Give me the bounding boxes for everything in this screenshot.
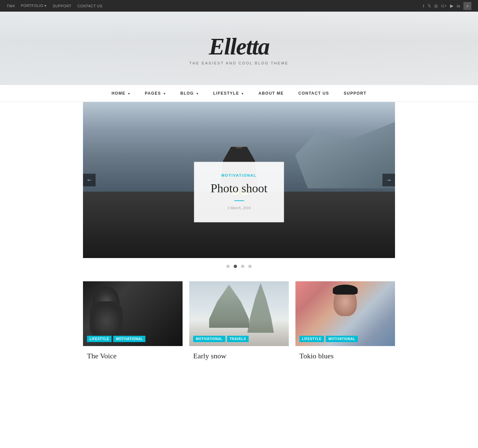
- nav-item-pages: PAGES ▾: [137, 85, 173, 102]
- search-icon: ⌕: [466, 3, 469, 8]
- linkedin-icon[interactable]: in: [457, 3, 460, 9]
- nav-link-blog[interactable]: BLOG ▾: [173, 85, 206, 102]
- card-title-2[interactable]: Early snow: [193, 351, 285, 361]
- twitter-icon[interactable]: 𝕏: [428, 3, 431, 9]
- nav-item-support: SUPPORT: [337, 85, 374, 102]
- card-3: LIFESTYLE MOTIVATIONAL Tokio blues: [295, 281, 395, 364]
- hero-wrapper: MOTIVATIONAL Photo shoot 3 March, 2016 ←…: [0, 102, 478, 275]
- top-bar: TW4 PORTFOLIO ▾ SUPPORT CONTACT US f 𝕏 ◎…: [0, 0, 478, 12]
- social-icons-bar: f 𝕏 ◎ G+ ▶ in ⌕: [423, 2, 471, 10]
- card-image-2: MOTIVATIONAL TRAVELS: [189, 281, 289, 346]
- tag-lifestyle-3[interactable]: LIFESTYLE: [299, 336, 324, 342]
- hero-overlay: MOTIVATIONAL Photo shoot 3 March, 2016: [194, 162, 284, 222]
- nav-item-home: HOME ▾: [104, 85, 137, 102]
- top-bar-links: TW4 PORTFOLIO ▾ SUPPORT CONTACT US: [7, 4, 103, 8]
- portfolio-arrow: ▾: [44, 4, 47, 8]
- nav-link-lifestyle[interactable]: LIFESTYLE ▾: [206, 85, 251, 102]
- facebook-icon[interactable]: f: [423, 3, 424, 9]
- card-body-2: Early snow: [189, 346, 289, 364]
- card-image-3: LIFESTYLE MOTIVATIONAL: [295, 281, 395, 346]
- main-navigation: HOME ▾ PAGES ▾ BLOG ▾ LIFESTYLE ▾ ABOUT …: [0, 85, 478, 102]
- hero-image: MOTIVATIONAL Photo shoot 3 March, 2016: [83, 102, 395, 258]
- slider-dot-2[interactable]: [234, 265, 237, 268]
- nav-link-contact[interactable]: CONTACT US: [291, 85, 337, 102]
- card-tags-2: MOTIVATIONAL TRAVELS: [193, 336, 249, 342]
- slider-dot-4[interactable]: [248, 265, 252, 268]
- card-body-3: Tokio blues: [295, 346, 395, 364]
- topbar-link-contact[interactable]: CONTACT US: [77, 4, 103, 8]
- site-tagline: THE EASIEST AND COOL BLOG THEME: [190, 61, 289, 65]
- nav-list: HOME ▾ PAGES ▾ BLOG ▾ LIFESTYLE ▾ ABOUT …: [104, 85, 374, 102]
- lifestyle-arrow: ▾: [242, 92, 244, 95]
- nav-item-lifestyle: LIFESTYLE ▾: [206, 85, 251, 102]
- nav-link-home[interactable]: HOME ▾: [104, 85, 137, 102]
- pages-arrow: ▾: [164, 92, 166, 95]
- hero-date: 3 March, 2016: [210, 206, 267, 211]
- home-arrow: ▾: [128, 92, 130, 95]
- youtube-icon[interactable]: ▶: [450, 3, 453, 9]
- header-content: Elletta THE EASIEST AND COOL BLOG THEME: [190, 35, 289, 65]
- instagram-icon[interactable]: ◎: [434, 3, 438, 9]
- site-title: Elletta: [190, 35, 289, 58]
- card-body-1: The Voice: [83, 346, 183, 364]
- nav-link-pages[interactable]: PAGES ▾: [137, 85, 173, 102]
- card-2: MOTIVATIONAL TRAVELS Early snow: [189, 281, 289, 364]
- hero-slider: MOTIVATIONAL Photo shoot 3 March, 2016 ←…: [83, 102, 395, 258]
- card-title-3[interactable]: Tokio blues: [299, 351, 391, 361]
- search-icon-box[interactable]: ⌕: [463, 2, 471, 10]
- hero-outer: MOTIVATIONAL Photo shoot 3 March, 2016 ←…: [83, 102, 395, 275]
- nav-item-contact: CONTACT US: [291, 85, 337, 102]
- tag-travels-2[interactable]: TRAVELS: [227, 336, 249, 342]
- slider-prev-button[interactable]: ←: [83, 174, 96, 186]
- card-title-1[interactable]: The Voice: [87, 351, 179, 361]
- card-tags-1: LIFESTYLE MOTIVATIONAL: [87, 336, 145, 342]
- blog-arrow: ▾: [197, 92, 199, 95]
- slider-dots: [83, 258, 395, 275]
- card-1: LIFESTYLE MOTIVATIONAL The Voice: [83, 281, 183, 364]
- hero-title: Photo shoot: [210, 181, 267, 196]
- tag-lifestyle-1[interactable]: LIFESTYLE: [87, 336, 112, 342]
- cards-section: LIFESTYLE MOTIVATIONAL The Voice MOTIVAT…: [83, 281, 395, 370]
- slider-dot-3[interactable]: [241, 265, 244, 268]
- tag-motivational-1[interactable]: MOTIVATIONAL: [113, 336, 145, 342]
- hero-category: MOTIVATIONAL: [210, 173, 267, 177]
- nav-item-about: ABOUT ME: [251, 85, 291, 102]
- card-image-1: LIFESTYLE MOTIVATIONAL: [83, 281, 183, 346]
- topbar-link-tw4[interactable]: TW4: [7, 4, 15, 8]
- hero-divider: [234, 201, 244, 201]
- slider-next-button[interactable]: →: [382, 174, 395, 186]
- tag-motivational-2[interactable]: MOTIVATIONAL: [193, 336, 225, 342]
- tag-motivational-3[interactable]: MOTIVATIONAL: [326, 336, 358, 342]
- slider-dot-1[interactable]: [226, 265, 230, 268]
- nav-link-about[interactable]: ABOUT ME: [251, 85, 291, 102]
- nav-link-support[interactable]: SUPPORT: [337, 85, 374, 102]
- card-tags-3: LIFESTYLE MOTIVATIONAL: [299, 336, 358, 342]
- site-header: Elletta THE EASIEST AND COOL BLOG THEME: [0, 12, 478, 85]
- topbar-link-support[interactable]: SUPPORT: [53, 4, 71, 8]
- nav-item-blog: BLOG ▾: [173, 85, 206, 102]
- google-plus-icon[interactable]: G+: [441, 3, 447, 9]
- topbar-link-portfolio[interactable]: PORTFOLIO ▾: [21, 4, 47, 8]
